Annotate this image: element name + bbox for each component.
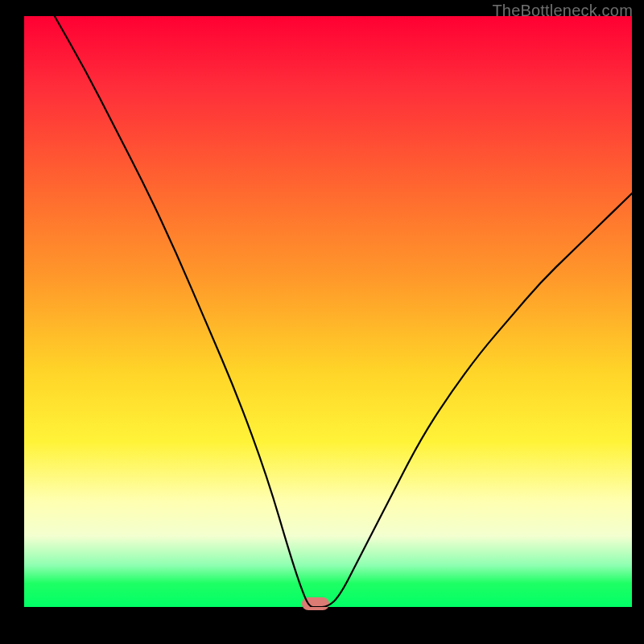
plot-area [24,16,632,607]
watermark-text: TheBottleneck.com [492,2,633,20]
bottleneck-curve [24,16,632,607]
chart-frame: TheBottleneck.com [0,0,644,644]
curve-path [55,16,632,607]
